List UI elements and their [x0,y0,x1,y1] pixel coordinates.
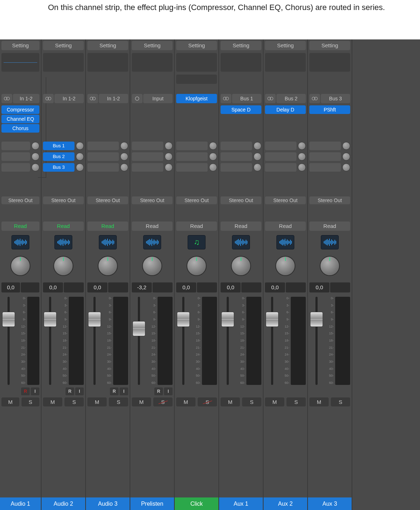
automation-mode[interactable]: Read [176,221,217,231]
input-slot[interactable]: In 1-2 [99,94,128,103]
send-slot[interactable] [1,163,30,172]
peak-display[interactable] [153,282,173,292]
fader-track[interactable] [309,297,324,385]
send-level-knob[interactable] [342,153,350,161]
group-slot[interactable] [221,208,261,218]
peak-display[interactable] [21,282,39,292]
send-slot[interactable] [132,152,163,161]
channel-name[interactable]: Audio 3 [86,497,130,510]
stereo-icon[interactable] [87,94,98,103]
send-slot[interactable] [132,142,163,150]
record-enable-button[interactable]: R [154,387,163,395]
input-slot[interactable]: Bus 2 [276,94,306,103]
insert-plugin[interactable]: Space D [221,105,261,114]
pan-knob[interactable] [10,256,30,276]
track-icon[interactable] [99,235,117,249]
output-slot[interactable]: Stereo Out [87,196,128,204]
volume-value[interactable]: 0,0 [87,282,107,292]
track-icon[interactable] [54,235,72,249]
mute-button[interactable]: M [221,397,240,406]
record-enable-button[interactable]: R [110,387,119,395]
send-slot[interactable] [309,142,341,150]
solo-button[interactable]: S [242,397,261,406]
insert-plugin[interactable]: Channel EQ [1,115,39,123]
solo-button[interactable]: S [21,397,39,406]
send-slot[interactable] [265,142,296,150]
automation-mode[interactable]: Read [1,221,39,231]
group-slot[interactable] [132,208,173,218]
send-slot[interactable] [132,163,163,172]
automation-mode[interactable]: Read [132,221,173,231]
send-slot[interactable] [221,142,252,150]
track-icon[interactable] [11,235,29,249]
pan-knob[interactable] [187,256,207,276]
solo-button[interactable]: S [153,397,173,406]
volume-value[interactable]: 0,0 [265,282,285,292]
eq-thumbnail[interactable] [87,53,128,72]
track-icon[interactable] [232,235,250,249]
fader-track[interactable] [43,297,57,385]
send-level-knob[interactable] [254,142,261,150]
send-slot[interactable] [265,152,296,161]
output-slot[interactable]: Stereo Out [43,196,84,204]
setting-button[interactable]: Setting [176,41,217,50]
group-slot[interactable] [265,208,306,218]
send-slot[interactable]: Bus 1 [43,142,74,150]
record-enable-button[interactable]: R [66,387,74,395]
track-icon[interactable] [143,235,161,249]
pan-knob[interactable] [231,256,251,276]
channel-name[interactable]: Prelisten [130,497,174,510]
send-slot[interactable] [221,163,252,172]
eq-thumbnail[interactable] [43,53,84,72]
send-level-knob[interactable] [209,153,217,161]
fader-cap[interactable] [88,312,101,327]
input-monitor-button[interactable]: I [120,387,128,395]
send-level-knob[interactable] [298,153,306,161]
mute-button[interactable]: M [1,397,19,406]
fader-track[interactable] [265,297,279,385]
send-level-knob[interactable] [32,142,39,150]
group-slot[interactable] [43,208,84,218]
automation-mode[interactable]: Read [43,221,84,231]
stereo-icon[interactable] [265,94,276,103]
fader-cap[interactable] [310,312,323,327]
insert-plugin[interactable]: Compressor [1,105,39,114]
input-slot[interactable]: Klopfgeist [176,94,217,103]
solo-button[interactable]: S [64,397,84,406]
stereo-icon[interactable] [309,94,320,103]
track-icon[interactable] [276,235,294,249]
mute-button[interactable]: M [132,397,151,406]
send-level-knob[interactable] [120,142,128,150]
mono-icon[interactable] [132,94,143,103]
peak-display[interactable] [64,282,84,292]
send-slot[interactable] [87,163,119,172]
send-level-knob[interactable] [120,163,128,171]
input-monitor-button[interactable]: I [31,387,39,395]
eq-thumbnail[interactable] [132,53,173,72]
channel-name[interactable]: Audio 2 [42,497,85,510]
pan-knob[interactable] [53,256,73,276]
automation-mode[interactable]: Read [309,221,350,231]
volume-value[interactable]: 0,0 [43,282,63,292]
send-level-knob[interactable] [120,153,128,161]
send-slot[interactable] [176,142,208,150]
channel-name[interactable]: Aux 2 [264,497,307,510]
fader-cap[interactable] [221,312,234,327]
eq-thumbnail[interactable] [176,53,217,72]
send-slot[interactable]: Bus 2 [43,152,74,161]
solo-button[interactable]: S [331,397,350,406]
send-level-knob[interactable] [165,142,173,150]
pan-knob[interactable] [98,256,118,276]
send-slot[interactable] [221,152,252,161]
track-icon[interactable]: ♫ [188,235,206,249]
channel-name[interactable]: Aux 1 [219,497,263,510]
peak-display[interactable] [330,282,350,292]
setting-button[interactable]: Setting [43,41,84,50]
send-level-knob[interactable] [76,142,84,150]
fader-track[interactable] [1,297,16,385]
channel-name[interactable]: Aux 3 [308,497,352,510]
peak-display[interactable] [108,282,128,292]
send-level-knob[interactable] [298,163,306,171]
volume-value[interactable]: 0,0 [176,282,196,292]
send-level-knob[interactable] [298,142,306,150]
